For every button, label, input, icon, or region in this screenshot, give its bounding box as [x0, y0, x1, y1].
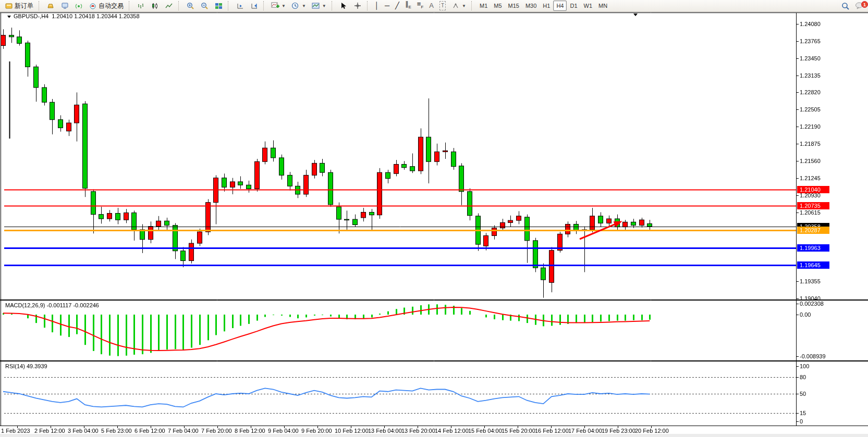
candlestick-chart-icon — [151, 2, 159, 10]
chart-shift-icon — [236, 2, 244, 10]
auto-trading-label: 自动交易 — [99, 2, 124, 10]
dropdown-caret: ▼ — [282, 4, 286, 8]
channel-tool-button[interactable]: ∥E — [402, 1, 414, 11]
zoom-in-button[interactable] — [184, 1, 197, 11]
timeframe-h4-button[interactable]: H4 — [553, 1, 567, 11]
line-chart-button[interactable] — [162, 1, 176, 11]
text-label-icon: T — [439, 1, 446, 10]
arrows-tool-button[interactable]: ▼ — [449, 1, 469, 11]
fibonacci-tool-button[interactable]: ≡F — [414, 1, 426, 11]
notification-badge[interactable]: 1 — [861, 1, 868, 8]
toolbar: 新订单 自动交易 — [0, 0, 868, 12]
candlestick-chart-button[interactable] — [148, 1, 162, 11]
dropdown-caret: ▼ — [302, 4, 306, 8]
timeframe-w1-button[interactable]: W1 — [581, 1, 596, 11]
trendline-tool-button[interactable]: ╱ — [393, 1, 402, 11]
crosshair-tool-button[interactable] — [351, 1, 364, 11]
template-icon — [312, 2, 320, 10]
zoom-out-icon — [200, 2, 209, 10]
indicators-add-icon — [271, 2, 279, 10]
horizontal-line-tool-button[interactable]: ─ — [382, 1, 392, 11]
search-button[interactable] — [838, 1, 852, 11]
search-icon — [841, 2, 849, 10]
auto-scroll-icon — [250, 2, 258, 10]
separator — [178, 1, 181, 10]
line-chart-icon — [165, 2, 173, 10]
equidistant-channel-icon: ∥E — [405, 0, 411, 11]
tile-windows-button[interactable] — [212, 1, 225, 11]
signal-icon — [75, 2, 83, 10]
timeframe-h1-button[interactable]: H1 — [540, 1, 553, 11]
crosshair-icon — [353, 2, 362, 10]
chart-area[interactable] — [0, 0, 868, 437]
separator — [129, 1, 132, 10]
trendline-icon: ╱ — [395, 2, 399, 10]
dropdown-caret: ▼ — [462, 4, 466, 8]
text-icon: A — [429, 2, 434, 10]
timeframe-mn-button[interactable]: MN — [595, 1, 610, 11]
separator — [228, 1, 231, 10]
timeframe-m5-button[interactable]: M5 — [491, 1, 505, 11]
auto-trading-icon — [89, 2, 97, 10]
chart-shift-button[interactable] — [233, 1, 247, 11]
auto-scroll-button[interactable] — [247, 1, 261, 11]
text-tool-button[interactable]: A — [426, 1, 436, 11]
tile-windows-icon — [214, 2, 223, 10]
auto-trading-button[interactable]: 自动交易 — [86, 1, 126, 11]
timeframe-m1-button[interactable]: M1 — [476, 1, 491, 11]
templates-button[interactable]: ▼ — [309, 1, 329, 11]
periods-button[interactable]: ▼ — [289, 1, 309, 11]
dropdown-caret: ▼ — [322, 4, 326, 8]
separator — [367, 1, 370, 10]
fibonacci-icon: ≡F — [417, 0, 423, 11]
clock-icon — [291, 2, 300, 10]
separator — [471, 1, 474, 10]
separator — [39, 1, 42, 10]
timeframe-m30-button[interactable]: M30 — [522, 1, 540, 11]
gold-panel-button[interactable] — [44, 1, 57, 11]
zoom-out-button[interactable] — [198, 1, 211, 11]
separator — [332, 1, 335, 10]
zoom-in-icon — [186, 2, 194, 10]
bar-chart-icon — [137, 2, 145, 10]
terminal-button[interactable] — [58, 1, 71, 11]
cursor-icon — [339, 2, 348, 10]
arrows-tool-icon — [451, 2, 460, 10]
indicators-button[interactable]: ▼ — [268, 1, 288, 11]
cursor-tool-button[interactable] — [337, 1, 350, 11]
signal-button[interactable] — [72, 1, 85, 11]
horizontal-line-icon: ─ — [385, 2, 389, 10]
new-order-label: 新订单 — [15, 2, 33, 10]
new-order-button[interactable]: 新订单 — [2, 1, 36, 11]
timeframe-d1-button[interactable]: D1 — [567, 1, 580, 11]
timeframe-group: M1M5M15M30H1H4D1W1MN — [476, 1, 610, 11]
terminal-icon — [60, 2, 69, 10]
bar-chart-button[interactable] — [134, 1, 148, 11]
vertical-line-icon: │ — [375, 2, 379, 10]
new-order-icon — [5, 2, 13, 10]
gold-icon — [46, 2, 55, 10]
timeframe-m15-button[interactable]: M15 — [505, 1, 522, 11]
separator — [263, 1, 266, 10]
text-label-tool-button[interactable]: T — [437, 1, 448, 11]
vertical-line-tool-button[interactable]: │ — [372, 1, 382, 11]
